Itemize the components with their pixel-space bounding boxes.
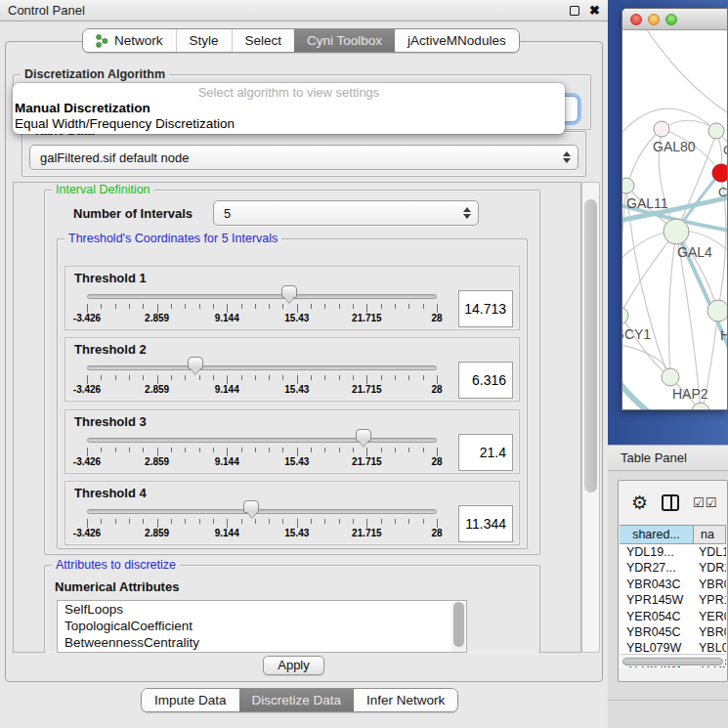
tick-label: 21.715 [352, 528, 382, 538]
column-header-name[interactable]: na [694, 525, 726, 544]
thresholds-group-title: Threshold's Coordinates for 5 Intervals [64, 232, 281, 245]
network-node[interactable] [622, 178, 634, 193]
cell-name[interactable]: YBR0 [694, 624, 726, 640]
select-checkboxes-icon[interactable]: ☑☑ [693, 495, 717, 510]
network-node[interactable] [622, 307, 628, 324]
network-node[interactable] [707, 300, 727, 321]
table-row[interactable]: YER054CYER0 [620, 609, 726, 624]
number-of-intervals-combobox[interactable]: 5 [213, 200, 479, 226]
scrollbar-thumb[interactable] [453, 602, 464, 647]
top-tab-strip: Network Style Select Cyni Toolbox jActiv… [82, 28, 520, 53]
dropdown-hint: Select algorithm to view settings [13, 85, 565, 101]
network-node[interactable] [708, 123, 724, 139]
numerical-attributes-list[interactable]: SelfLoopsTopologicalCoefficientBetweenne… [57, 600, 467, 653]
table-row[interactable]: YBR045CYBR0 [620, 624, 726, 640]
tab-infer-network[interactable]: Infer Network [354, 689, 457, 711]
cell-name[interactable]: YDL1 [694, 544, 726, 560]
close-traffic-light-icon[interactable] [630, 14, 642, 25]
slider-track[interactable] [87, 294, 437, 299]
slider-track[interactable] [87, 365, 437, 370]
threshold-slider[interactable]: -3.4262.8599.14415.4321.71528 [87, 338, 437, 403]
minimize-traffic-light-icon[interactable] [648, 14, 660, 25]
gear-icon[interactable]: ⚙ [631, 493, 648, 512]
slider-ticks [87, 375, 437, 384]
threshold-value-field[interactable]: 14.713 [458, 290, 513, 327]
table-row[interactable]: YDR27...YDR2 [620, 560, 726, 576]
cell-name[interactable]: YDR2 [694, 560, 726, 576]
tab-network[interactable]: Network [83, 29, 176, 52]
slider-thumb-icon[interactable] [356, 429, 371, 442]
threshold-row: Threshold 1 -3.4262.8599.14415.4321.7152… [64, 266, 520, 330]
network-edge[interactable] [622, 343, 670, 374]
table-row[interactable]: YDL19...YDL1 [620, 544, 726, 560]
slider-track[interactable] [87, 509, 437, 514]
discretization-algorithm-group-title: Discretization Algorithm [21, 67, 169, 81]
network-view-window[interactable]: GAL80GACGAL11GAL4GCY1HHAP2 [621, 8, 728, 410]
table-row[interactable]: YPR145WYPR1 [620, 592, 726, 608]
scrollbar-thumb[interactable] [622, 658, 723, 665]
threshold-value-field[interactable]: 11.344 [458, 505, 513, 542]
threshold-slider[interactable]: -3.4262.8599.14415.4321.71528 [87, 482, 437, 546]
columns-icon[interactable] [662, 494, 679, 511]
float-window-icon[interactable] [570, 6, 579, 16]
apply-button[interactable]: Apply [263, 656, 324, 675]
table-row[interactable]: YBR043CYBR0 [620, 577, 726, 592]
cell-name[interactable]: YBR0 [694, 577, 726, 592]
dropdown-option-equal-width[interactable]: Equal Width/Frequency Discretization [13, 116, 565, 132]
table-data-combobox[interactable]: galFiltered.sif default node [29, 145, 578, 170]
threshold-value-field[interactable]: 21.4 [458, 434, 513, 471]
tab-style[interactable]: Style [176, 29, 232, 52]
tick-label: 9.144 [215, 528, 239, 538]
cell-shared-name[interactable]: YPR145W [620, 592, 694, 608]
cell-shared-name[interactable]: YBR043C [620, 577, 694, 592]
attribute-item[interactable]: BetweennessCentrality [58, 634, 466, 651]
threshold-slider[interactable]: -3.4262.8599.14415.4321.71528 [87, 410, 437, 475]
network-edge-highlighted[interactable] [622, 374, 664, 409]
network-node-label: GCY1 [622, 326, 651, 342]
slider-ticks [87, 519, 437, 528]
network-node[interactable] [664, 219, 689, 244]
cell-shared-name[interactable]: YER054C [620, 609, 694, 624]
number-of-intervals-value: 5 [224, 206, 231, 221]
cell-name[interactable]: YER0 [694, 609, 726, 624]
cell-shared-name[interactable]: YBR045C [620, 624, 694, 640]
slider-thumb-icon[interactable] [188, 357, 203, 369]
tick-label: 9.144 [215, 384, 239, 395]
attribute-item[interactable]: SelfLoops [58, 601, 466, 618]
network-edge[interactable] [622, 314, 667, 375]
cell-shared-name[interactable]: YDR27... [620, 560, 694, 576]
network-canvas[interactable]: GAL80GACGAL11GAL4GCY1HHAP2 [622, 30, 727, 409]
table-horizontal-scrollbar[interactable] [621, 654, 725, 666]
network-edge[interactable] [642, 30, 727, 120]
network-node[interactable] [712, 164, 727, 182]
cell-shared-name[interactable]: YDL19... [620, 544, 694, 560]
attribute-item[interactable]: TopologicalCoefficient [58, 618, 466, 634]
network-edge[interactable] [628, 129, 662, 183]
zoom-traffic-light-icon[interactable] [665, 14, 677, 25]
network-node[interactable] [662, 368, 679, 386]
scrollbar-thumb[interactable] [584, 199, 597, 492]
close-icon[interactable]: ✖ [589, 6, 600, 16]
cell-name[interactable]: YPR1 [694, 592, 726, 608]
tick-label: 28 [431, 313, 442, 323]
tab-select[interactable]: Select [232, 29, 295, 52]
tab-discretize-data[interactable]: Discretize Data [239, 689, 355, 711]
network-edge[interactable] [668, 232, 676, 374]
column-header-shared[interactable]: shared... [620, 525, 694, 544]
tab-jactivemnodules[interactable]: jActiveMNodules [395, 29, 519, 52]
node-table[interactable]: shared... na YDL19...YDL1YDR27...YDR2YBR… [620, 525, 726, 667]
table-panel-titlebar: Table Panel [608, 445, 728, 471]
dropdown-option-manual[interactable]: Manual Discretization [13, 101, 565, 116]
slider-track[interactable] [87, 438, 437, 443]
tab-impute-data[interactable]: Impute Data [142, 689, 239, 711]
tab-cyni-toolbox[interactable]: Cyni Toolbox [294, 29, 395, 52]
slider-thumb-icon[interactable] [243, 500, 259, 513]
slider-thumb-icon[interactable] [281, 285, 297, 298]
network-node[interactable] [654, 121, 669, 137]
threshold-value-field[interactable]: 6.316 [458, 362, 513, 399]
settings-vertical-scrollbar[interactable] [581, 182, 600, 653]
network-edge[interactable] [622, 232, 676, 314]
threshold-slider[interactable]: -3.4262.8599.14415.4321.71528 [87, 267, 437, 331]
table-panel-title: Table Panel [621, 450, 687, 465]
attributes-list-scrollbar[interactable] [451, 602, 465, 653]
